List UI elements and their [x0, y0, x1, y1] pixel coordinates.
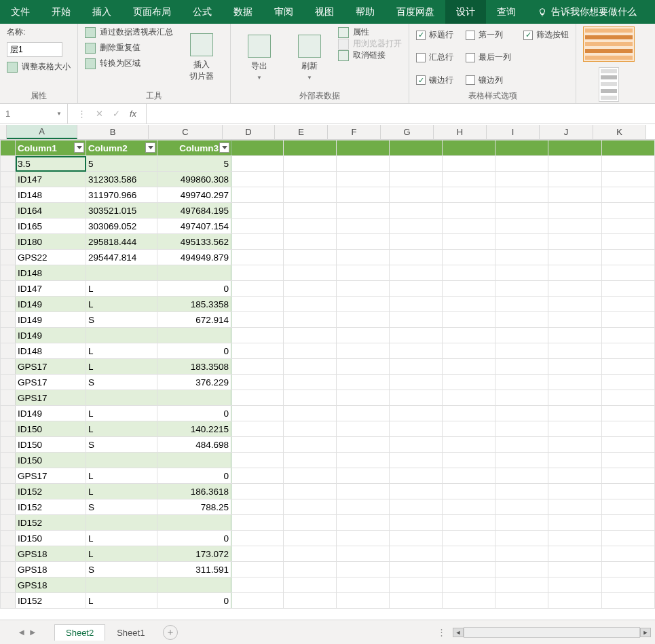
cell[interactable]: [495, 515, 548, 531]
cell[interactable]: 494949.879: [157, 250, 231, 265]
cell[interactable]: [443, 140, 495, 156]
tab-view[interactable]: 视图: [304, 0, 345, 24]
tab-help[interactable]: 帮助: [345, 0, 386, 24]
cell[interactable]: Column1: [16, 140, 86, 156]
cell[interactable]: ID164: [16, 203, 86, 219]
cell[interactable]: [548, 406, 602, 421]
cell[interactable]: [337, 297, 390, 312]
cell[interactable]: [390, 577, 443, 593]
cell[interactable]: ID147: [16, 281, 86, 297]
resize-table-button[interactable]: 调整表格大小: [7, 61, 71, 73]
cell[interactable]: 0: [157, 406, 231, 421]
cell[interactable]: L: [86, 468, 157, 484]
cell[interactable]: [337, 468, 390, 484]
cell[interactable]: 303521.015: [86, 203, 157, 219]
cell[interactable]: [337, 577, 390, 593]
cell[interactable]: ID180: [16, 234, 86, 250]
chk-banded-col[interactable]: 镶边列: [466, 75, 511, 86]
cell[interactable]: [337, 265, 390, 281]
cell[interactable]: [337, 421, 390, 437]
cell[interactable]: [86, 577, 157, 593]
cell[interactable]: [231, 343, 284, 359]
cell[interactable]: [231, 437, 284, 453]
cell[interactable]: [548, 437, 602, 453]
cell[interactable]: [231, 250, 284, 265]
sheet-nav[interactable]: ◄ ►: [0, 627, 54, 637]
cell[interactable]: L: [86, 343, 157, 359]
scroll-right-button[interactable]: ►: [640, 628, 651, 637]
cell[interactable]: [337, 375, 390, 390]
sheet-tab-active[interactable]: Sheet2: [54, 624, 105, 641]
cell[interactable]: [548, 562, 602, 577]
col-header-E[interactable]: E: [275, 125, 328, 139]
chk-first-col[interactable]: 第一列: [466, 29, 511, 41]
cell[interactable]: [390, 187, 443, 203]
cell[interactable]: [495, 531, 548, 546]
cell[interactable]: [602, 577, 655, 593]
cell[interactable]: 0: [157, 281, 231, 297]
cell[interactable]: [548, 499, 602, 515]
cell[interactable]: [231, 562, 284, 577]
cell[interactable]: ID149: [16, 406, 86, 421]
cell[interactable]: GPS22: [16, 250, 86, 265]
cell[interactable]: [495, 406, 548, 421]
cell[interactable]: [548, 484, 602, 499]
cell[interactable]: [231, 359, 284, 375]
cell[interactable]: [390, 172, 443, 187]
cell[interactable]: [602, 375, 655, 390]
cell[interactable]: [390, 437, 443, 453]
cell[interactable]: [495, 437, 548, 453]
cell[interactable]: L: [86, 593, 157, 609]
cell[interactable]: [390, 546, 443, 562]
drag-handle-icon[interactable]: ⋮: [437, 627, 446, 637]
cell[interactable]: L: [86, 531, 157, 546]
cell[interactable]: [602, 343, 655, 359]
cell[interactable]: [548, 375, 602, 390]
cell[interactable]: [443, 546, 495, 562]
cell[interactable]: [495, 593, 548, 609]
cell[interactable]: [495, 468, 548, 484]
cell[interactable]: 185.3358: [157, 297, 231, 312]
cell[interactable]: 484.698: [157, 437, 231, 453]
col-header-G[interactable]: G: [381, 125, 434, 139]
chk-header-row[interactable]: 标题行: [416, 29, 453, 41]
cell[interactable]: [495, 484, 548, 499]
tab-home[interactable]: 开始: [41, 0, 81, 24]
cell[interactable]: [495, 343, 548, 359]
cell[interactable]: [284, 437, 337, 453]
cell[interactable]: [390, 390, 443, 406]
cell[interactable]: S: [86, 562, 157, 577]
cell[interactable]: [495, 250, 548, 265]
cell[interactable]: [602, 250, 655, 265]
cell[interactable]: [337, 499, 390, 515]
cell[interactable]: [284, 172, 337, 187]
cell[interactable]: [231, 421, 284, 437]
cell[interactable]: [495, 328, 548, 343]
cell[interactable]: [284, 577, 337, 593]
cell[interactable]: ID148: [16, 187, 86, 203]
cell[interactable]: 311.591: [157, 562, 231, 577]
cell[interactable]: [390, 359, 443, 375]
cell[interactable]: [548, 203, 602, 219]
grid-body[interactable]: Column1Column2Column33.555ID147312303.58…: [0, 140, 655, 620]
cell[interactable]: [86, 328, 157, 343]
cell[interactable]: [390, 421, 443, 437]
cell[interactable]: [231, 577, 284, 593]
cell[interactable]: [157, 577, 231, 593]
cell[interactable]: [548, 546, 602, 562]
cell[interactable]: [231, 499, 284, 515]
cell[interactable]: [602, 437, 655, 453]
cell[interactable]: ID150: [16, 421, 86, 437]
cell[interactable]: 672.914: [157, 312, 231, 328]
cell[interactable]: [495, 219, 548, 234]
table-name-input[interactable]: [7, 42, 62, 57]
col-header-D[interactable]: D: [223, 125, 275, 139]
cell[interactable]: [284, 140, 337, 156]
cell[interactable]: 0: [157, 343, 231, 359]
cell[interactable]: [284, 234, 337, 250]
insert-slicer-button[interactable]: 插入 切片器: [180, 26, 223, 89]
cell[interactable]: [602, 140, 655, 156]
cell[interactable]: [337, 343, 390, 359]
cell[interactable]: [284, 265, 337, 281]
cell[interactable]: 173.072: [157, 546, 231, 562]
